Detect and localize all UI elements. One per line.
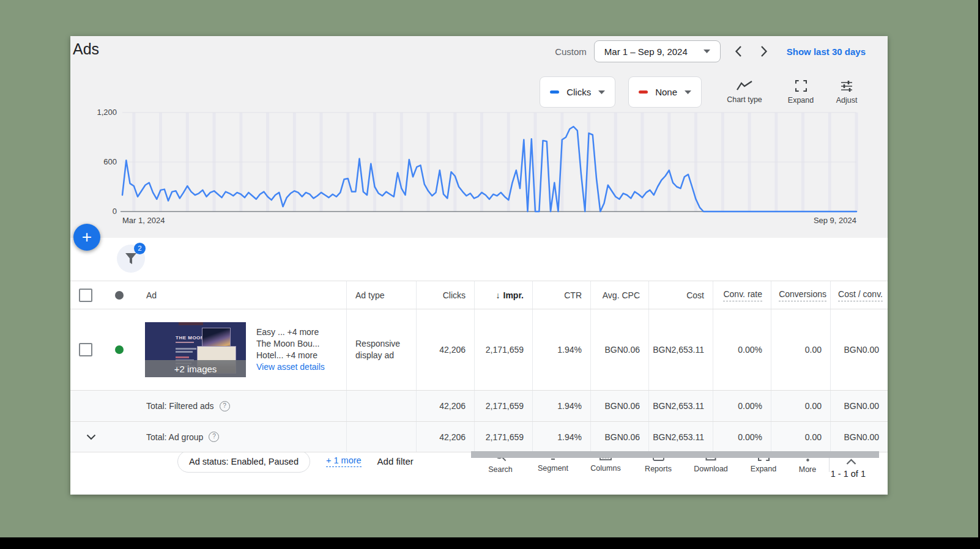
chart-type-button[interactable]: Chart type <box>715 79 774 105</box>
date-range-value: Mar 1 – Sep 9, 2024 <box>604 46 688 57</box>
impressions-value: 2,171,659 <box>474 309 532 390</box>
ad-headline-1: Easy ... +4 more <box>256 326 325 338</box>
x-axis-start-label: Mar 1, 2024 <box>122 216 165 225</box>
y-tick-0: 0 <box>113 207 117 216</box>
previous-period-button[interactable] <box>734 45 742 57</box>
add-filter-button[interactable]: Add filter <box>377 456 414 466</box>
total-impressions: 2,171,659 <box>474 422 532 452</box>
total-avg-cpc: BGN0.06 <box>590 422 648 452</box>
chevron-right-icon <box>760 45 768 57</box>
ad-thumbnail[interactable]: THE MOON +2 images <box>145 322 246 377</box>
total-cost-per-conv: BGN0.00 <box>830 391 888 421</box>
metric-color-swatch-red <box>639 90 648 94</box>
ads-table: Ad Ad type Clicks ↓ Impr. CTR Avg. CPC C… <box>70 281 888 452</box>
ad-name-block: Easy ... +4 more The Moon Bou... Hotel..… <box>256 326 325 373</box>
select-all-checkbox[interactable] <box>79 289 92 302</box>
date-range-selector[interactable]: Mar 1 – Sep 9, 2024 <box>594 40 721 62</box>
row-checkbox[interactable] <box>79 343 92 356</box>
total-filtered-ads-row: Total: Filtered ads ? 42,206 2,171,659 1… <box>70 391 888 422</box>
help-icon[interactable]: ? <box>209 432 219 442</box>
sliders-icon <box>841 80 853 92</box>
expand-label: Expand <box>788 96 814 105</box>
show-last-30-days-link[interactable]: Show last 30 days <box>787 46 866 57</box>
table-row: THE MOON +2 images Easy ... +4 more The … <box>70 309 888 391</box>
header-ad-type[interactable]: Ad type <box>355 290 384 300</box>
search-label: Search <box>488 465 513 474</box>
header-conv-rate[interactable]: Conv. rate <box>723 289 762 301</box>
header-clicks[interactable]: Clicks <box>443 290 466 300</box>
metric-color-swatch-blue <box>550 90 559 94</box>
adjust-chart-button[interactable]: Adjust <box>828 79 866 105</box>
line-chart-icon <box>736 80 753 91</box>
total-ctr: 1.94% <box>532 422 590 452</box>
avg-cpc-value: BGN0.06 <box>590 309 648 390</box>
ad-type-value: Responsive display ad <box>355 338 416 361</box>
status-column-icon <box>115 291 124 300</box>
table-header-row: Ad Ad type Clicks ↓ Impr. CTR Avg. CPC C… <box>70 281 888 309</box>
header-avg-cpc[interactable]: Avg. CPC <box>603 290 640 300</box>
clicks-value: 42,206 <box>416 309 474 390</box>
ad-thumbnail-brand-text: THE MOON <box>176 335 204 341</box>
cost-per-conv-value: BGN0.00 <box>830 309 888 390</box>
header-cost-per-conv[interactable]: Cost / conv. <box>838 289 883 301</box>
date-range-bar: Custom Mar 1 – Sep 9, 2024 Show last 30 … <box>555 40 866 63</box>
chevron-up-icon <box>846 459 856 465</box>
conversions-value: 0.00 <box>771 309 830 390</box>
total-cost: BGN2,653.11 <box>648 391 713 421</box>
conv-rate-value: 0.00% <box>713 309 771 390</box>
total-ctr: 1.94% <box>532 391 590 421</box>
pagination-label: 1 - 1 of 1 <box>831 469 866 479</box>
total-conv-rate: 0.00% <box>713 422 771 452</box>
total-ad-group-row: Total: Ad group ? 42,206 2,171,659 1.94%… <box>70 422 888 452</box>
filter-funnel-button[interactable]: 2 <box>117 245 145 273</box>
more-images-overlay: +2 images <box>145 360 246 377</box>
secondary-metric-selector[interactable]: None <box>628 76 702 108</box>
total-conversions: 0.00 <box>771 391 830 421</box>
header-ctr[interactable]: CTR <box>564 290 582 300</box>
header-ad[interactable]: Ad <box>146 290 157 300</box>
adjust-label: Adjust <box>836 96 858 105</box>
page-title: Ads <box>73 40 99 58</box>
total-clicks: 42,206 <box>416 422 474 452</box>
header-cost[interactable]: Cost <box>686 290 704 300</box>
columns-label: Columns <box>590 464 620 473</box>
expand-icon <box>795 80 807 92</box>
primary-metric-selector[interactable]: Clicks <box>540 76 615 108</box>
enabled-status-dot[interactable] <box>115 345 124 354</box>
google-ads-window: Ads Custom Mar 1 – Sep 9, 2024 Show last… <box>70 36 888 495</box>
header-impressions[interactable]: Impr. <box>503 290 524 300</box>
help-icon[interactable]: ? <box>220 401 230 411</box>
ad-status-filter-chip[interactable]: Ad status: Enabled, Paused <box>177 451 310 473</box>
header-conversions[interactable]: Conversions <box>779 289 826 301</box>
total-filtered-label: Total: Filtered ads <box>146 401 214 411</box>
collapse-toolbar-button[interactable] <box>833 458 869 465</box>
horizontal-scrollbar[interactable] <box>471 451 879 458</box>
segment-label: Segment <box>538 464 568 473</box>
chevron-down-icon <box>703 50 710 53</box>
view-asset-details-link[interactable]: View asset details <box>256 361 325 373</box>
chevron-down-icon <box>685 90 691 94</box>
total-cost-per-conv: BGN0.00 <box>830 422 888 452</box>
chevron-down-icon <box>86 434 96 440</box>
x-axis-end-label: Sep 9, 2024 <box>814 216 856 225</box>
chart-controls: Clicks None Chart type Expand Adjust <box>527 76 866 108</box>
sort-descending-arrow: ↓ <box>496 290 500 300</box>
expand-row-chevron[interactable] <box>86 434 96 440</box>
expand-chart-button[interactable]: Expand <box>774 79 828 105</box>
reports-label: Reports <box>645 465 672 473</box>
next-period-button[interactable] <box>760 45 768 57</box>
more-filters-link[interactable]: + 1 more <box>326 455 362 467</box>
filter-funnel-icon <box>124 252 138 265</box>
add-ad-fab[interactable]: + <box>73 224 100 251</box>
total-ad-group-label: Total: Ad group <box>146 432 203 442</box>
more-label: More <box>799 465 816 474</box>
expand-label: Expand <box>751 465 776 473</box>
total-cost: BGN2,653.11 <box>648 422 713 452</box>
secondary-metric-label: None <box>655 87 677 97</box>
ctr-value: 1.94% <box>532 309 590 390</box>
chevron-down-icon <box>598 90 605 94</box>
total-conversions: 0.00 <box>771 422 830 452</box>
total-avg-cpc: BGN0.06 <box>590 391 648 421</box>
table-toolbar: Ad status: Enabled, Paused + 1 more Add … <box>70 238 888 281</box>
total-conv-rate: 0.00% <box>713 391 771 421</box>
